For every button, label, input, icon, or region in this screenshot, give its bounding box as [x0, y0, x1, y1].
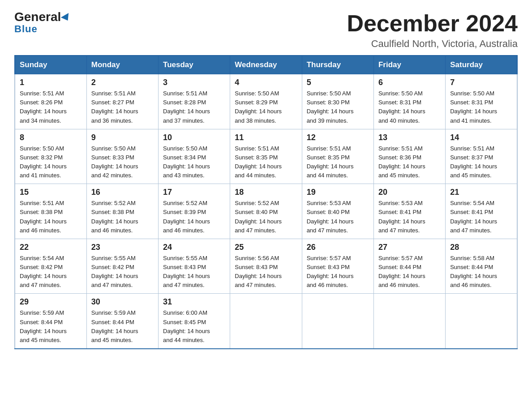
day-info: Sunrise: 5:56 AMSunset: 8:43 PMDaylight:… [235, 254, 297, 290]
day-number: 8 [20, 133, 82, 142]
day-number: 20 [378, 188, 441, 197]
day-info: Sunrise: 5:55 AMSunset: 8:42 PMDaylight:… [91, 254, 154, 290]
day-number: 17 [163, 188, 225, 197]
table-row: 13Sunrise: 5:51 AMSunset: 8:36 PMDayligh… [373, 129, 445, 184]
day-info: Sunrise: 6:00 AMSunset: 8:45 PMDaylight:… [163, 308, 225, 345]
table-row: 3Sunrise: 5:51 AMSunset: 8:28 PMDaylight… [159, 74, 230, 129]
day-number: 14 [450, 133, 512, 142]
day-info: Sunrise: 5:51 AMSunset: 8:38 PMDaylight:… [20, 199, 82, 235]
day-number: 6 [378, 78, 441, 87]
table-row: 15Sunrise: 5:51 AMSunset: 8:38 PMDayligh… [15, 184, 86, 239]
day-info: Sunrise: 5:51 AMSunset: 8:36 PMDaylight:… [378, 144, 441, 180]
table-row: 6Sunrise: 5:50 AMSunset: 8:31 PMDaylight… [373, 74, 445, 129]
col-thursday: Thursday [302, 56, 373, 74]
day-info: Sunrise: 5:50 AMSunset: 8:31 PMDaylight:… [450, 89, 512, 125]
day-number: 5 [307, 78, 369, 87]
day-info: Sunrise: 5:58 AMSunset: 8:44 PMDaylight:… [450, 254, 512, 290]
table-row [446, 294, 517, 349]
calendar-table: Sunday Monday Tuesday Wednesday Thursday… [14, 55, 518, 349]
calendar-wrapper: Sunday Monday Tuesday Wednesday Thursday… [0, 55, 532, 360]
day-info: Sunrise: 5:50 AMSunset: 8:34 PMDaylight:… [163, 144, 225, 180]
table-row: 20Sunrise: 5:53 AMSunset: 8:41 PMDayligh… [373, 184, 445, 239]
day-number: 21 [450, 188, 512, 197]
day-number: 7 [450, 78, 512, 87]
day-number: 23 [91, 243, 154, 252]
table-row: 29Sunrise: 5:59 AMSunset: 8:44 PMDayligh… [15, 294, 86, 349]
location-subtitle: Caulfield North, Victoria, Australia [347, 38, 518, 50]
day-info: Sunrise: 5:55 AMSunset: 8:43 PMDaylight:… [163, 254, 225, 290]
day-number: 1 [20, 78, 82, 87]
table-row: 28Sunrise: 5:58 AMSunset: 8:44 PMDayligh… [446, 239, 517, 294]
table-row: 23Sunrise: 5:55 AMSunset: 8:42 PMDayligh… [86, 239, 158, 294]
day-info: Sunrise: 5:53 AMSunset: 8:40 PMDaylight:… [307, 199, 369, 235]
table-row: 2Sunrise: 5:51 AMSunset: 8:27 PMDaylight… [86, 74, 158, 129]
table-row [373, 294, 445, 349]
day-info: Sunrise: 5:54 AMSunset: 8:41 PMDaylight:… [450, 199, 512, 235]
calendar-header-row: Sunday Monday Tuesday Wednesday Thursday… [15, 56, 517, 74]
table-row [230, 294, 302, 349]
day-number: 29 [20, 297, 82, 307]
logo-blue: Blue [14, 23, 38, 35]
day-info: Sunrise: 5:59 AMSunset: 8:44 PMDaylight:… [20, 308, 82, 345]
calendar-week-row: 1Sunrise: 5:51 AMSunset: 8:26 PMDaylight… [15, 74, 517, 129]
page-header: General Blue December 2024 Caulfield Nor… [0, 0, 532, 55]
table-row: 17Sunrise: 5:52 AMSunset: 8:39 PMDayligh… [159, 184, 230, 239]
day-number: 31 [163, 297, 225, 307]
day-number: 19 [307, 188, 369, 197]
col-sunday: Sunday [15, 56, 86, 74]
day-info: Sunrise: 5:57 AMSunset: 8:43 PMDaylight:… [307, 254, 369, 290]
table-row: 12Sunrise: 5:51 AMSunset: 8:35 PMDayligh… [302, 129, 373, 184]
day-info: Sunrise: 5:51 AMSunset: 8:27 PMDaylight:… [91, 89, 154, 125]
table-row [302, 294, 373, 349]
day-number: 9 [91, 133, 154, 142]
table-row: 16Sunrise: 5:52 AMSunset: 8:38 PMDayligh… [86, 184, 158, 239]
table-row: 21Sunrise: 5:54 AMSunset: 8:41 PMDayligh… [446, 184, 517, 239]
table-row: 7Sunrise: 5:50 AMSunset: 8:31 PMDaylight… [446, 74, 517, 129]
calendar-week-row: 22Sunrise: 5:54 AMSunset: 8:42 PMDayligh… [15, 239, 517, 294]
table-row: 9Sunrise: 5:50 AMSunset: 8:33 PMDaylight… [86, 129, 158, 184]
day-info: Sunrise: 5:50 AMSunset: 8:32 PMDaylight:… [20, 144, 82, 180]
day-number: 28 [450, 243, 512, 252]
table-row: 27Sunrise: 5:57 AMSunset: 8:44 PMDayligh… [373, 239, 445, 294]
day-number: 13 [378, 133, 441, 142]
day-number: 15 [20, 188, 82, 197]
col-friday: Friday [373, 56, 445, 74]
day-info: Sunrise: 5:52 AMSunset: 8:38 PMDaylight:… [91, 199, 154, 235]
day-number: 12 [307, 133, 369, 142]
table-row: 22Sunrise: 5:54 AMSunset: 8:42 PMDayligh… [15, 239, 86, 294]
calendar-week-row: 8Sunrise: 5:50 AMSunset: 8:32 PMDaylight… [15, 129, 517, 184]
day-number: 11 [235, 133, 297, 142]
table-row: 18Sunrise: 5:52 AMSunset: 8:40 PMDayligh… [230, 184, 302, 239]
day-number: 27 [378, 243, 441, 252]
day-info: Sunrise: 5:52 AMSunset: 8:40 PMDaylight:… [235, 199, 297, 235]
col-monday: Monday [86, 56, 158, 74]
day-number: 2 [91, 78, 154, 87]
day-number: 18 [235, 188, 297, 197]
day-number: 3 [163, 78, 225, 87]
table-row: 1Sunrise: 5:51 AMSunset: 8:26 PMDaylight… [15, 74, 86, 129]
table-row: 31Sunrise: 6:00 AMSunset: 8:45 PMDayligh… [159, 294, 230, 349]
day-number: 10 [163, 133, 225, 142]
col-tuesday: Tuesday [159, 56, 230, 74]
day-info: Sunrise: 5:51 AMSunset: 8:35 PMDaylight:… [235, 144, 297, 180]
day-number: 26 [307, 243, 369, 252]
table-row: 5Sunrise: 5:50 AMSunset: 8:30 PMDaylight… [302, 74, 373, 129]
table-row: 30Sunrise: 5:59 AMSunset: 8:44 PMDayligh… [86, 294, 158, 349]
calendar-week-row: 15Sunrise: 5:51 AMSunset: 8:38 PMDayligh… [15, 184, 517, 239]
table-row: 4Sunrise: 5:50 AMSunset: 8:29 PMDaylight… [230, 74, 302, 129]
day-number: 22 [20, 243, 82, 252]
day-info: Sunrise: 5:51 AMSunset: 8:28 PMDaylight:… [163, 89, 225, 125]
day-info: Sunrise: 5:54 AMSunset: 8:42 PMDaylight:… [20, 254, 82, 290]
day-number: 16 [91, 188, 154, 197]
table-row: 8Sunrise: 5:50 AMSunset: 8:32 PMDaylight… [15, 129, 86, 184]
logo-triangle-icon [61, 13, 72, 23]
col-wednesday: Wednesday [230, 56, 302, 74]
day-info: Sunrise: 5:57 AMSunset: 8:44 PMDaylight:… [378, 254, 441, 290]
table-row: 19Sunrise: 5:53 AMSunset: 8:40 PMDayligh… [302, 184, 373, 239]
table-row: 10Sunrise: 5:50 AMSunset: 8:34 PMDayligh… [159, 129, 230, 184]
logo: General Blue [14, 11, 71, 35]
day-info: Sunrise: 5:52 AMSunset: 8:39 PMDaylight:… [163, 199, 225, 235]
day-number: 25 [235, 243, 297, 252]
day-info: Sunrise: 5:51 AMSunset: 8:37 PMDaylight:… [450, 144, 512, 180]
day-info: Sunrise: 5:51 AMSunset: 8:35 PMDaylight:… [307, 144, 369, 180]
